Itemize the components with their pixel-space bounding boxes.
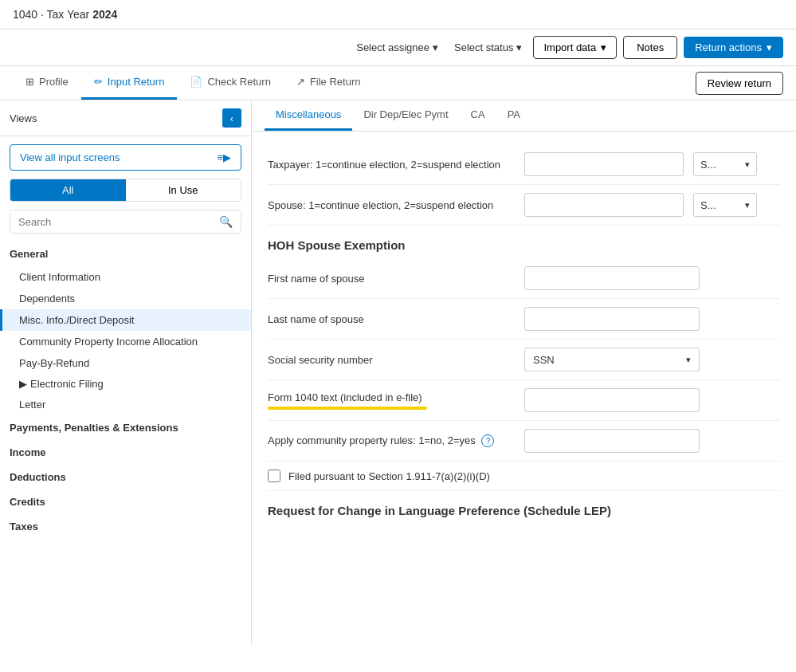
content-tab-ca[interactable]: CA [460, 100, 496, 131]
sidebar-section-income: Income [0, 440, 251, 465]
assignee-label: Select assignee [356, 41, 429, 53]
form-1040-text-row: Form 1040 text (included in e-file) [268, 380, 780, 421]
community-property-row: Apply community property rules: 1=no, 2=… [268, 421, 780, 462]
sidebar-item-misc-info[interactable]: Misc. Info./Direct Deposit [0, 309, 251, 331]
ssn-row: Social security number SSN ▾ [268, 340, 780, 380]
chevron-down-icon: ▾ [745, 159, 750, 170]
taxes-section-title: Taxes [10, 521, 241, 532]
tab-profile[interactable]: ⊞ Profile [13, 66, 81, 100]
notes-label: Notes [637, 41, 664, 53]
deductions-section-title: Deductions [10, 471, 241, 483]
sidebar-item-pay-by-refund[interactable]: Pay-By-Refund [0, 352, 251, 374]
search-icon: 🔍 [219, 215, 233, 228]
app-title-prefix: 1040 · Tax Year [13, 8, 92, 21]
section-1911-row: Filed pursuant to Section 1.911-7(a)(2)(… [268, 462, 780, 491]
notes-button[interactable]: Notes [623, 36, 677, 59]
spouse-election-select[interactable]: S... ▾ [693, 193, 757, 217]
sidebar-item-dependents[interactable]: Dependents [0, 288, 251, 309]
content-tab-dir-dep[interactable]: Dir Dep/Elec Pymt [352, 100, 459, 131]
chevron-down-icon: ▾ [686, 355, 691, 365]
taxpayer-election-label: Taxpayer: 1=continue election, 2=suspend… [268, 159, 515, 171]
chevron-down-icon: ▾ [516, 41, 522, 53]
sidebar-item-electronic-filing[interactable]: ▶ Electronic Filing [0, 374, 251, 394]
first-name-input[interactable] [524, 266, 700, 290]
select-status-button[interactable]: Select status ▾ [449, 38, 527, 57]
community-property-input[interactable] [524, 429, 700, 453]
doc-icon: 📄 [190, 76, 202, 88]
section-1911-label: Filed pursuant to Section 1.911-7(a)(2)(… [288, 470, 490, 482]
sidebar-section-payments: Payments, Penalties & Extensions [0, 415, 251, 440]
sidebar-section-deductions: Deductions [0, 465, 251, 489]
first-name-label: First name of spouse [268, 273, 515, 285]
payments-section-title: Payments, Penalties & Extensions [10, 422, 241, 434]
community-property-label: Apply community property rules: 1=no, 2=… [268, 434, 515, 448]
toolbar: Select assignee ▾ Select status ▾ Import… [0, 29, 796, 66]
taxpayer-election-select[interactable]: S... ▾ [693, 152, 757, 176]
credits-section-title: Credits [10, 496, 241, 508]
content-tab-miscellaneous[interactable]: Miscellaneous [265, 100, 352, 131]
return-actions-label: Return actions [695, 41, 762, 53]
hoh-section-heading: HOH Spouse Exemption [268, 238, 780, 252]
status-label: Select status [454, 41, 513, 53]
tab-input-return[interactable]: ✏ Input Return [81, 66, 178, 100]
content-tabs: Miscellaneous Dir Dep/Elec Pymt CA PA [252, 100, 796, 132]
last-name-label: Last name of spouse [268, 313, 515, 325]
sidebar: Views ‹ View all input screens ≡▶ All In… [0, 100, 252, 645]
select-assignee-button[interactable]: Select assignee ▾ [351, 38, 443, 57]
sidebar-item-client-information[interactable]: Client Information [0, 266, 251, 288]
content-body: Taxpayer: 1=continue election, 2=suspend… [252, 132, 796, 536]
nav-tabs: ⊞ Profile ✏ Input Return 📄 Check Return … [0, 66, 796, 100]
filter-tab-in-use[interactable]: In Use [126, 179, 241, 201]
filter-tabs: All In Use [10, 179, 241, 202]
last-name-input[interactable] [524, 307, 700, 331]
return-actions-button[interactable]: Return actions ▾ [684, 37, 783, 58]
search-input[interactable] [18, 216, 214, 228]
sidebar-item-community-property[interactable]: Community Property Income Allocation [0, 331, 251, 352]
sidebar-collapse-button[interactable]: ‹ [222, 108, 241, 128]
sidebar-section-credits: Credits [0, 489, 251, 514]
chevron-down-icon: ▾ [767, 41, 772, 53]
ssn-label: Social security number [268, 354, 515, 366]
sidebar-header: Views ‹ [0, 100, 251, 136]
spouse-election-label: Spouse: 1=continue election, 2=suspend e… [268, 199, 515, 211]
form-1040-text-input[interactable] [524, 388, 700, 412]
content-tab-pa[interactable]: PA [496, 100, 531, 131]
import-label: Import data [543, 41, 596, 53]
review-return-button[interactable]: Review return [696, 72, 783, 95]
content-area: Miscellaneous Dir Dep/Elec Pymt CA PA Ta… [252, 100, 796, 645]
chevron-down-icon: ▾ [433, 41, 438, 53]
taxpayer-election-input[interactable] [524, 152, 684, 176]
sidebar-section-taxes: Taxes [0, 514, 251, 539]
view-all-label: View all input screens [20, 151, 120, 163]
spouse-election-row: Spouse: 1=continue election, 2=suspend e… [268, 185, 780, 226]
top-bar: 1040 · Tax Year 2024 [0, 0, 796, 29]
section-1911-checkbox[interactable] [268, 470, 280, 482]
app-title: 1040 · Tax Year 2024 [13, 8, 117, 21]
info-icon[interactable]: ? [481, 434, 494, 447]
spouse-election-input[interactable] [524, 193, 684, 217]
form-1040-text-label: Form 1040 text (included in e-file) [268, 391, 515, 410]
app-title-year: 2024 [92, 8, 117, 21]
taxpayer-election-row: Taxpayer: 1=continue election, 2=suspend… [268, 144, 780, 185]
sidebar-views-label: Views [10, 112, 37, 124]
ssn-select[interactable]: SSN ▾ [524, 348, 700, 371]
first-name-row: First name of spouse [268, 258, 780, 299]
grid-icon: ⊞ [25, 76, 34, 88]
tab-file-return[interactable]: ↗ File Return [284, 66, 374, 100]
import-data-button[interactable]: Import data ▾ [533, 36, 617, 59]
view-all-input-screens-button[interactable]: View all input screens ≡▶ [10, 144, 241, 171]
list-icon: ≡▶ [217, 151, 231, 163]
tab-check-return[interactable]: 📄 Check Return [177, 66, 283, 100]
last-name-row: Last name of spouse [268, 299, 780, 340]
filter-tab-all[interactable]: All [10, 179, 126, 201]
main-layout: Views ‹ View all input screens ≡▶ All In… [0, 100, 796, 645]
pencil-icon: ✏ [94, 76, 103, 88]
chevron-down-icon: ▾ [601, 41, 606, 53]
search-box: 🔍 [10, 210, 241, 234]
income-section-title: Income [10, 446, 241, 458]
send-icon: ↗ [296, 76, 305, 88]
schedule-lep-heading: Request for Change in Language Preferenc… [268, 504, 780, 517]
sidebar-item-letter[interactable]: Letter [0, 394, 251, 415]
chevron-down-icon: ▾ [745, 200, 750, 210]
sidebar-section-general: General [0, 242, 251, 266]
